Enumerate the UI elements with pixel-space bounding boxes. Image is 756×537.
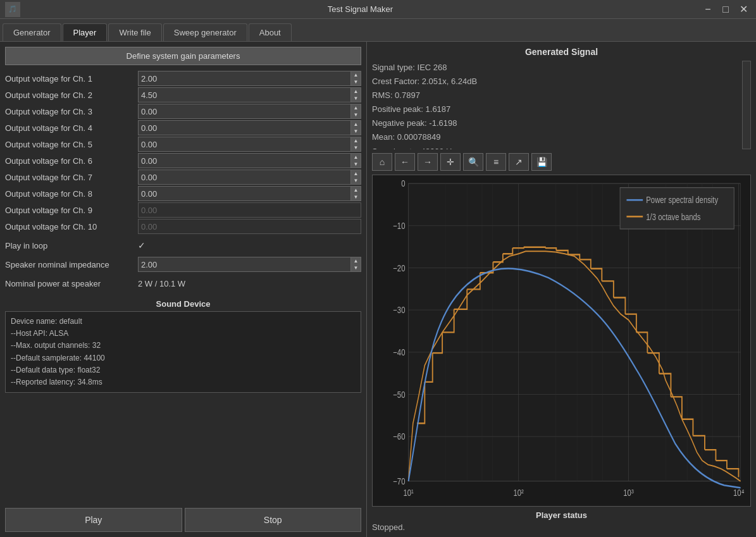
svg-text:0: 0 [401,178,405,189]
channel-4-label: Output voltage for Ch. 4 [5,123,138,133]
move-button[interactable]: ✛ [440,153,461,171]
sound-device-line: Device name: default [11,316,356,328]
playback-buttons: Play Stop [5,503,361,532]
settings-button[interactable]: ≡ [486,153,506,171]
channel-2-input[interactable] [138,87,351,102]
sound-device-title: Sound Device [5,297,361,311]
tab-write-file[interactable]: Write file [108,23,161,41]
channel-3-spinner: ▲▼ [351,104,361,119]
channel-1-spin-down[interactable]: ▼ [351,78,361,85]
channel-1-spinner: ▲▼ [351,71,361,86]
channel-7-input[interactable] [138,170,351,185]
channel-2-spinner: ▲▼ [351,87,361,102]
channel-6-label: Output voltage for Ch. 6 [5,156,138,166]
channel-9-label: Output voltage for Ch. 9 [5,206,138,215]
forward-button[interactable]: → [418,153,438,171]
svg-text:10³: 10³ [623,488,634,498]
speaker-impedance-spin-down[interactable]: ▼ [351,264,361,271]
svg-text:−70: −70 [393,476,405,487]
channel-2-spin-up[interactable]: ▲ [351,88,361,95]
chart-area: 0 −10 −20 −30 −40 −50 −60 −70 10¹ 10² 10… [372,175,751,507]
channel-3-spin-down[interactable]: ▼ [351,111,361,118]
channel-5-input[interactable] [138,137,351,152]
channel-fields: Output voltage for Ch. 1▲▼Output voltage… [5,70,361,235]
speaker-impedance-label: Speaker nominal impedance [5,260,138,269]
play-in-loop-checkmark[interactable]: ✓ [138,240,146,250]
back-button[interactable]: ← [395,153,415,171]
tab-generator[interactable]: Generator [3,23,61,41]
channel-5-input-wrap: ▲▼ [138,137,361,152]
chart-toolbar: ⌂ ← → ✛ 🔍 ≡ ↗ 💾 [372,153,751,171]
channel-6-spin-up[interactable]: ▲ [351,154,361,161]
signal-info: Signal type: IEC 268 Crest Factor: 2.051… [372,61,737,149]
channel-2-input-wrap: ▲▼ [138,87,361,102]
close-button[interactable]: ✕ [736,2,751,17]
channel-7-spin-up[interactable]: ▲ [351,170,361,177]
channel-7-spin-down[interactable]: ▼ [351,177,361,184]
left-panel: Define system gain parameters Output vol… [0,42,367,537]
sound-device-line: --Host API: ALSA [11,328,356,340]
home-button[interactable]: ⌂ [372,153,392,171]
app-icon: 🎵 [5,2,20,17]
chart-svg: 0 −10 −20 −30 −40 −50 −60 −70 10¹ 10² 10… [373,175,750,506]
speaker-impedance-row: Speaker nominal impedance ▲ ▼ [5,256,361,273]
channel-3-spin-up[interactable]: ▲ [351,104,361,111]
svg-text:−40: −40 [393,347,405,358]
scale-button[interactable]: ↗ [509,153,529,171]
save-button[interactable]: 💾 [531,153,552,171]
channel-3-input[interactable] [138,104,351,119]
zoom-button[interactable]: 🔍 [463,153,483,171]
speaker-impedance-input[interactable] [138,257,351,272]
channel-10-label: Output voltage for Ch. 10 [5,222,138,231]
channel-10-row: Output voltage for Ch. 10 [5,218,361,235]
sound-device-line: --Reported latency: 34.8ms [11,376,356,388]
stop-button[interactable]: Stop [185,508,362,532]
tab-sweep-generator[interactable]: Sweep generator [163,23,247,41]
channel-6-input[interactable] [138,153,351,168]
channel-1-input[interactable] [138,71,351,86]
channel-5-spin-down[interactable]: ▼ [351,144,361,151]
signal-info-scrollbar[interactable] [742,61,751,149]
channel-4-spin-down[interactable]: ▼ [351,128,361,135]
minimize-button[interactable]: − [700,2,716,17]
channel-6-spinner: ▲▼ [351,153,361,168]
channel-5-label: Output voltage for Ch. 5 [5,140,138,149]
nominal-power-value: 2 W / 10.1 W [138,279,185,288]
svg-text:10⁴: 10⁴ [733,488,744,498]
channel-3-row: Output voltage for Ch. 3▲▼ [5,103,361,120]
channel-10-input-wrap [138,219,361,234]
channel-7-label: Output voltage for Ch. 7 [5,173,138,182]
channel-8-spin-up[interactable]: ▲ [351,187,361,194]
play-button[interactable]: Play [5,508,182,532]
channel-9-row: Output voltage for Ch. 9 [5,202,361,218]
channel-5-spin-up[interactable]: ▲ [351,137,361,144]
svg-text:−60: −60 [393,431,405,442]
tab-player[interactable]: Player [63,23,108,41]
play-in-loop-row: Play in loop ✓ [5,237,361,254]
define-system-gain-button[interactable]: Define system gain parameters [5,47,361,65]
channel-3-input-wrap: ▲▼ [138,104,361,119]
nominal-power-label: Nominal power at speaker [5,279,138,288]
nominal-power-value-wrap: 2 W / 10.1 W [138,279,361,288]
channel-7-input-wrap: ▲▼ [138,170,361,185]
svg-text:−50: −50 [393,389,405,400]
channel-6-row: Output voltage for Ch. 6▲▼ [5,152,361,169]
channel-8-row: Output voltage for Ch. 8▲▼ [5,185,361,202]
channel-2-spin-down[interactable]: ▼ [351,95,361,102]
channel-4-row: Output voltage for Ch. 4▲▼ [5,120,361,136]
svg-text:1/3 octave bands: 1/3 octave bands [646,211,700,222]
channel-6-spin-down[interactable]: ▼ [351,161,361,168]
restore-button[interactable]: □ [718,2,733,17]
svg-text:−10: −10 [393,221,405,231]
channel-8-input[interactable] [138,186,351,201]
channel-4-spin-up[interactable]: ▲ [351,121,361,128]
speaker-impedance-spin-up[interactable]: ▲ [351,257,361,264]
channel-1-spin-up[interactable]: ▲ [351,71,361,78]
channel-8-spinner: ▲▼ [351,186,361,201]
signal-info-line3: RMS: 0.7897 [372,89,737,102]
signal-info-line5: Negative peak: -1.6198 [372,116,737,130]
channel-8-spin-down[interactable]: ▼ [351,194,361,201]
channel-4-input[interactable] [138,120,351,135]
tab-about[interactable]: About [249,23,292,41]
speaker-impedance-spinner: ▲ ▼ [351,257,361,272]
